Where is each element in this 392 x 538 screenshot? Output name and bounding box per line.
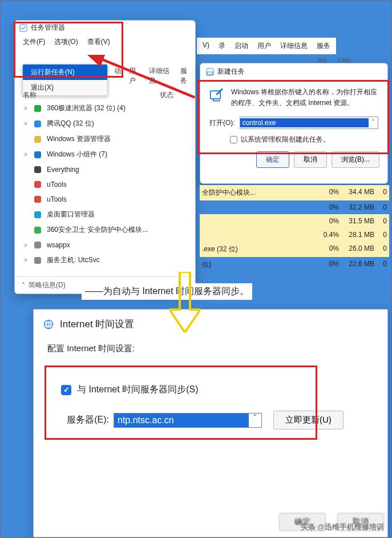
server-value[interactable]: ntp.ntsc.ac.cn bbox=[114, 413, 249, 427]
resource-row[interactable]: 0%32.2 MB0 bbox=[200, 200, 389, 214]
tab-startup[interactable]: 启动 bbox=[231, 39, 252, 53]
sync-checkbox[interactable]: ✓ bbox=[61, 385, 71, 395]
menu-view[interactable]: 查看(V) bbox=[84, 36, 114, 48]
res-name bbox=[202, 217, 313, 225]
menu-item-run-new-task[interactable]: 运行新任务(N) bbox=[23, 65, 107, 80]
res-name: .exe (32 位) bbox=[202, 244, 313, 254]
tab-v[interactable]: V) bbox=[199, 39, 213, 53]
configure-label: 配置 Internet 时间设置: bbox=[34, 339, 387, 356]
task-manager-tabs: 动 用户 详细信息 服务 bbox=[111, 64, 195, 88]
gear-icon bbox=[33, 256, 42, 265]
run-icon bbox=[206, 68, 214, 76]
process-row[interactable]: >服务主机: UtcSvc bbox=[22, 252, 188, 268]
res-name: 全防护中心模块... bbox=[202, 188, 313, 198]
chevron-down-icon[interactable]: ˇ bbox=[249, 413, 261, 427]
menu-file[interactable]: 文件(F) bbox=[19, 36, 49, 48]
process-row[interactable]: uTools bbox=[22, 192, 188, 207]
res-extra: 0 bbox=[374, 188, 387, 198]
expand-caret-icon[interactable]: > bbox=[23, 257, 29, 263]
res-cpu: 0% bbox=[313, 244, 339, 254]
new-task-titlebar: 新建任务 bbox=[200, 63, 387, 80]
svg-rect-4 bbox=[34, 151, 41, 158]
resource-row[interactable]: .exe (32 位)0%26.0 MB0 bbox=[200, 242, 389, 257]
process-row[interactable]: 360安全卫士 安全防护中心模块... bbox=[22, 222, 188, 238]
process-name: 360安全卫士 安全防护中心模块... bbox=[47, 225, 187, 235]
res-cpu: 0.4% bbox=[313, 231, 339, 239]
admin-checkbox[interactable] bbox=[230, 136, 237, 143]
server-label: 服务器(E): bbox=[61, 414, 109, 426]
expand-caret-icon[interactable]: > bbox=[23, 151, 29, 158]
right-tab-strip: V) 录 启动 用户 详细信息 服务 bbox=[197, 38, 336, 54]
res-mem: 31.5 MB bbox=[339, 217, 374, 225]
explorer-icon bbox=[33, 135, 42, 144]
menu-options[interactable]: 选项(O) bbox=[51, 36, 81, 48]
menu-bar: 文件(F) 选项(O) 查看(V) bbox=[15, 35, 195, 49]
update-now-button[interactable]: 立即更新(U) bbox=[273, 411, 343, 429]
chevron-up-icon: ˄ bbox=[22, 282, 25, 290]
svg-rect-16 bbox=[208, 72, 213, 74]
process-name: 桌面窗口管理器 bbox=[47, 210, 187, 219]
tab-activity[interactable]: 动 bbox=[111, 64, 124, 88]
tab-services[interactable]: 服务 bbox=[313, 39, 334, 53]
expand-caret-icon[interactable]: > bbox=[23, 242, 29, 248]
chevron-down-icon[interactable]: ˇ bbox=[369, 119, 378, 127]
res-cpu: 0% bbox=[313, 217, 339, 225]
process-row[interactable]: Everything bbox=[22, 162, 188, 177]
window-mgr-icon bbox=[33, 210, 42, 219]
svg-rect-5 bbox=[34, 166, 41, 173]
process-name: Everything bbox=[47, 166, 187, 174]
resource-row[interactable]: 0%31.5 MB0 bbox=[200, 214, 389, 228]
widget-icon bbox=[33, 150, 42, 159]
tab-history[interactable]: 录 bbox=[215, 39, 229, 53]
footer-label: 简略信息(D) bbox=[29, 280, 66, 290]
svg-rect-6 bbox=[34, 181, 41, 188]
server-combobox[interactable]: ntp.ntsc.ac.cn ˇ bbox=[114, 413, 262, 428]
process-row[interactable]: Windows 资源管理器 bbox=[22, 131, 188, 147]
process-name: Windows 小组件 (7) bbox=[47, 150, 187, 159]
task-manager-titlebar: 任务管理器 bbox=[15, 21, 195, 35]
open-value[interactable]: control.exe bbox=[240, 118, 369, 127]
expand-caret-icon[interactable]: > bbox=[23, 105, 29, 111]
task-manager-window: 任务管理器 文件(F) 选项(O) 查看(V) 动 用户 详细信息 服务 运行新… bbox=[14, 20, 196, 294]
process-row[interactable]: 桌面窗口管理器 bbox=[22, 207, 188, 222]
res-extra: 0 bbox=[374, 244, 387, 254]
res-name bbox=[202, 203, 313, 211]
process-row[interactable]: >腾讯QQ (32 位) bbox=[22, 116, 188, 131]
tab-services[interactable]: 服务 bbox=[177, 64, 196, 88]
resource-usage-list: 全防护中心模块...0%34.4 MB00%32.2 MB00%31.5 MB0… bbox=[200, 185, 389, 272]
svg-rect-9 bbox=[34, 227, 41, 234]
resource-row[interactable]: 0.4%28.1 MB0 bbox=[200, 228, 389, 242]
tab-details[interactable]: 详细信息 bbox=[146, 64, 176, 88]
cancel-button[interactable]: 取消 bbox=[294, 151, 327, 168]
svg-rect-7 bbox=[34, 196, 41, 203]
res-extra: 0 bbox=[374, 203, 387, 211]
process-row[interactable]: uTools bbox=[22, 177, 188, 192]
tab-users[interactable]: 用户 bbox=[254, 39, 274, 53]
res-name: 位) bbox=[202, 260, 313, 270]
process-name: 腾讯QQ (32 位) bbox=[47, 119, 187, 129]
browse-button[interactable]: 浏览(B)... bbox=[332, 151, 379, 168]
process-row[interactable]: >Windows 小组件 (7) bbox=[22, 147, 188, 162]
expand-caret-icon[interactable]: > bbox=[23, 121, 29, 127]
process-list: >360极速浏览器 (32 位) (4)>腾讯QQ (32 位) Windows… bbox=[22, 101, 188, 271]
tab-details[interactable]: 详细信息 bbox=[277, 39, 311, 53]
new-task-title: 新建任务 bbox=[217, 67, 245, 77]
resource-row[interactable]: 位)0%22.6 MB0 bbox=[200, 257, 389, 272]
process-row[interactable]: 任务管理器 bbox=[22, 268, 188, 271]
open-combobox[interactable]: control.exe ˇ bbox=[240, 117, 378, 129]
run-dialog-icon bbox=[209, 87, 225, 103]
tab-users[interactable]: 用户 bbox=[126, 64, 144, 88]
res-extra: 0 bbox=[374, 217, 387, 225]
sync-description-text: ——为自动与 Internet 时间服务器同步。 bbox=[82, 283, 252, 300]
resource-row[interactable]: 全防护中心模块...0%34.4 MB0 bbox=[200, 185, 389, 200]
internet-time-dialog: Internet 时间设置 配置 Internet 时间设置: ✓ 与 Inte… bbox=[33, 309, 388, 537]
svg-rect-1 bbox=[34, 105, 41, 112]
res-mem: 26.0 MB bbox=[339, 244, 374, 254]
ok-button[interactable]: 确定 bbox=[256, 151, 289, 168]
admin-label: 以系统管理权限创建此任务。 bbox=[241, 135, 330, 144]
process-row[interactable]: >wsappx bbox=[22, 238, 188, 252]
process-row[interactable]: >360极速浏览器 (32 位) (4) bbox=[22, 101, 188, 116]
res-extra: 0 bbox=[374, 231, 387, 239]
res-mem: 22.6 MB bbox=[339, 260, 374, 270]
res-mem: 32.2 MB bbox=[339, 203, 374, 211]
